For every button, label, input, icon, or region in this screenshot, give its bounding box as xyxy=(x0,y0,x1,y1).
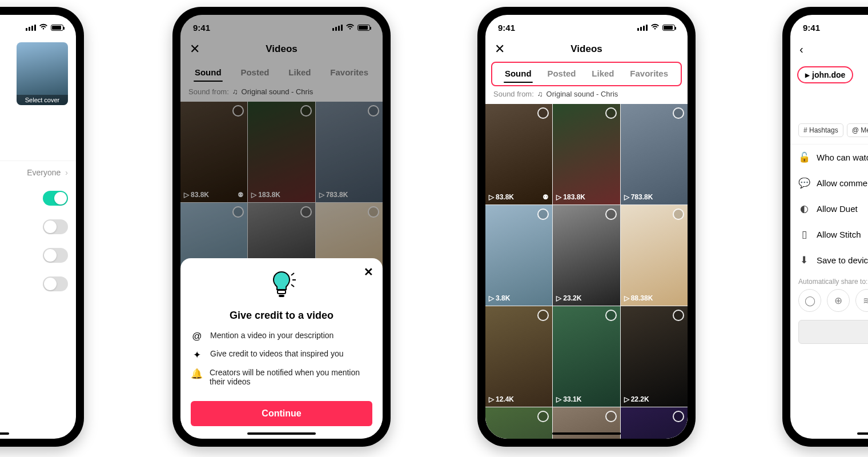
select-circle[interactable] xyxy=(537,310,549,321)
music-note-icon: ♫ xyxy=(537,90,543,98)
stitch-icon: ▯ xyxy=(798,228,810,240)
video-cell[interactable]: ▷783.8K xyxy=(621,104,688,205)
drafts-button[interactable]: ▭ Drafts xyxy=(798,320,868,344)
video-cell[interactable]: ▷22.2K xyxy=(621,306,688,407)
home-indicator xyxy=(552,432,621,435)
chip-mentions[interactable]: @ Ment xyxy=(847,123,868,137)
battery-icon xyxy=(51,25,63,31)
share-instagram-icon[interactable]: ◯ xyxy=(798,289,821,312)
video-cell[interactable]: ▷83.8K⚉ xyxy=(485,104,552,205)
sheet-title: Give credit to a video xyxy=(191,310,372,322)
video-cell[interactable]: ▷23.2K xyxy=(553,205,620,306)
sheet-close-icon[interactable]: ✕ xyxy=(364,265,373,279)
toggle-off[interactable] xyxy=(43,248,68,263)
battery-icon xyxy=(662,25,675,31)
sheet-bullet: ✦ Give credit to videos that inspired yo… xyxy=(191,349,372,361)
play-icon: ▷ xyxy=(556,193,561,201)
phone-videos-modal: 9:41 ✕ Videos Sound Posted Liked Favorit… xyxy=(172,7,391,447)
tab-posted[interactable]: Posted xyxy=(544,63,579,85)
tab-favorites[interactable]: Favorites xyxy=(626,63,672,85)
select-circle[interactable] xyxy=(605,209,617,220)
video-cell[interactable]: ▷183.8K xyxy=(553,104,620,205)
status-time: 9:41 xyxy=(498,23,515,33)
chevron-right-icon: › xyxy=(65,168,68,177)
lightbulb-icon xyxy=(266,270,298,304)
select-cover-label: Select cover xyxy=(17,95,68,105)
toggle-on[interactable] xyxy=(43,191,68,206)
close-icon[interactable]: ✕ xyxy=(495,42,505,57)
svg-rect-0 xyxy=(278,290,286,294)
select-circle[interactable] xyxy=(605,411,617,422)
signal-icon xyxy=(637,25,648,31)
play-triangle-icon: ▶ xyxy=(805,72,810,78)
tabs-highlighted: Sound Posted Liked Favorites xyxy=(491,62,682,86)
opt-privacy[interactable]: 🔓Who can watch t xyxy=(790,145,868,170)
continue-button[interactable]: Continue xyxy=(191,401,372,426)
header: ✕ Videos xyxy=(485,37,688,62)
play-icon: ▷ xyxy=(556,294,561,302)
select-cover-button[interactable]: Select cover xyxy=(17,42,68,105)
share-stories-icon[interactable]: ⊕ xyxy=(827,289,850,312)
tab-liked[interactable]: Liked xyxy=(588,63,617,85)
lightbulb-small-icon: ✦ xyxy=(191,349,203,361)
page-title: Videos xyxy=(570,43,602,55)
select-circle[interactable] xyxy=(537,411,549,422)
mention-pill-highlighted[interactable]: ▶ john.doe xyxy=(797,66,853,83)
opt-save[interactable]: ⬇Save to device xyxy=(790,247,868,273)
select-circle[interactable] xyxy=(673,411,684,422)
toggle-row-4[interactable] xyxy=(0,270,76,298)
back-icon[interactable]: ‹ xyxy=(799,43,803,56)
share-label: Automatically share to: xyxy=(790,273,868,289)
home-indicator xyxy=(0,432,9,435)
select-circle[interactable] xyxy=(673,209,684,220)
header: ‹ xyxy=(790,37,868,62)
phone-post-settings: 9:41 ‹ ▶ john.doe # Hashtags @ Ment 🔓Who… xyxy=(782,7,868,447)
play-icon: ▷ xyxy=(556,395,561,403)
sheet-bullet: @ Mention a video in your description xyxy=(191,331,372,342)
mention-username: john.doe xyxy=(812,70,845,79)
opt-comments[interactable]: 💬Allow comments xyxy=(790,170,868,196)
lock-icon: 🔓 xyxy=(798,151,810,163)
select-circle[interactable] xyxy=(673,107,684,119)
bell-icon: 🔔 xyxy=(191,368,203,380)
wifi-icon xyxy=(39,23,48,32)
select-circle[interactable] xyxy=(605,310,617,321)
video-cell[interactable]: ▷33.1K xyxy=(553,306,620,407)
tab-sound[interactable]: Sound xyxy=(501,63,535,85)
toggle-off[interactable] xyxy=(43,219,68,234)
svg-rect-1 xyxy=(279,295,284,297)
toggle-row-1[interactable] xyxy=(0,184,76,213)
select-circle[interactable] xyxy=(537,107,549,119)
play-icon: ▷ xyxy=(489,294,494,302)
video-cell[interactable] xyxy=(485,407,552,439)
play-icon: ▷ xyxy=(624,193,629,201)
play-icon: ▷ xyxy=(624,395,629,403)
chip-hashtags[interactable]: # Hashtags xyxy=(798,123,843,137)
opt-stitch[interactable]: ▯Allow Stitch xyxy=(790,222,868,247)
select-circle[interactable] xyxy=(605,107,617,119)
opt-duet[interactable]: ◐Allow Duet xyxy=(790,196,868,222)
privacy-value: Everyone xyxy=(27,168,61,177)
toggle-off[interactable] xyxy=(43,276,68,291)
toggle-row-2[interactable] xyxy=(0,213,76,241)
play-icon: ▷ xyxy=(489,395,494,403)
toggle-row-3[interactable] xyxy=(0,241,76,270)
at-icon: @ xyxy=(191,331,203,342)
sheet-bullet: 🔔 Creators will be notified when you men… xyxy=(191,368,372,386)
svg-line-2 xyxy=(291,273,294,275)
home-indicator xyxy=(857,432,868,435)
privacy-row[interactable]: Everyone › xyxy=(0,161,76,184)
home-indicator xyxy=(247,432,316,435)
video-cell[interactable]: ▷88.38K xyxy=(621,205,688,306)
video-cell[interactable]: ▷3.8K xyxy=(485,205,552,306)
select-circle[interactable] xyxy=(673,310,684,321)
status-bar: 9:41 xyxy=(790,15,868,37)
svg-line-4 xyxy=(291,284,294,287)
download-icon: ⬇ xyxy=(798,254,810,266)
credit-sheet: ✕ Give credit to a video @ Mention a vid… xyxy=(180,258,383,439)
phone-videos-tabs-highlighted: 9:41 ✕ Videos Sound Posted Liked Favorit… xyxy=(477,7,696,447)
share-other-icon[interactable]: ≋ xyxy=(855,289,868,312)
video-cell[interactable]: ▷12.4K xyxy=(485,306,552,407)
select-circle[interactable] xyxy=(537,209,549,220)
video-cell[interactable] xyxy=(621,407,688,439)
